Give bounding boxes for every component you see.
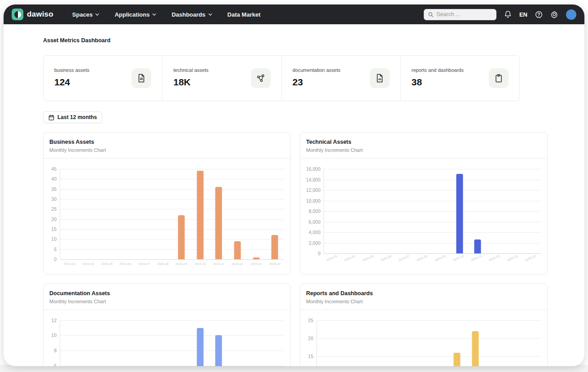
menu-item-label: Dashboards [171, 11, 205, 18]
language-selector[interactable]: EN [519, 11, 527, 18]
gridline [60, 259, 284, 260]
chart-title: Reports and Dashboards [306, 290, 538, 297]
chart-card-documentation-assets: Documentation Assets Monthly Increments … [43, 283, 291, 366]
gridline [324, 253, 541, 254]
gridline [324, 180, 541, 180]
x-tick-label: 2024-11 [213, 262, 224, 266]
stat-business-assets[interactable]: business assets 124 [44, 56, 162, 101]
gridline [324, 190, 541, 190]
gridline [60, 169, 284, 169]
help-button[interactable] [535, 11, 543, 18]
bar[interactable] [197, 171, 203, 259]
y-tick-label: 0 [54, 257, 57, 262]
x-tick-label: 2024-08 [416, 254, 428, 262]
bar-chart-documentation-assets[interactable]: 121086420 2024-032024-042024-052024-0620… [44, 310, 290, 366]
chart-subtitle: Monthly Increments Chart [49, 147, 281, 153]
x-tick-label: 2024-08 [157, 262, 169, 266]
search-box[interactable] [424, 9, 496, 20]
y-tick-label: 0 [318, 251, 320, 256]
x-tick-label: 2024-04 [83, 262, 94, 266]
plot-area: 2024-032024-042024-052024-062024-072024-… [60, 320, 284, 366]
menu-item-applications[interactable]: Applications [108, 8, 162, 22]
notifications-button[interactable] [504, 10, 512, 18]
gridline [60, 199, 284, 199]
y-tick-label: 8,000 [309, 208, 320, 214]
x-tick-label: 2024-12 [232, 262, 243, 266]
stat-reports-and-dashboards[interactable]: reports and dashboards 38 [400, 56, 519, 101]
chart-subtitle: Monthly Increments Chart [306, 147, 538, 153]
chart-header: Technical Assets Monthly Increments Char… [300, 133, 547, 159]
bar[interactable] [215, 335, 222, 366]
gridline [60, 209, 284, 209]
bar[interactable] [472, 331, 479, 366]
y-tick-label: 5 [54, 247, 57, 252]
plot-area: 2024-032024-042024-052024-062024-072024-… [316, 320, 541, 366]
bar[interactable] [197, 328, 203, 366]
search-input[interactable] [436, 11, 492, 18]
chart-subtitle: Monthly Increments Chart [306, 299, 538, 304]
y-tick-label: 10 [51, 236, 57, 242]
gridline [60, 350, 284, 351]
file-text-icon [136, 73, 146, 83]
stat-label: documentation assets [293, 67, 341, 73]
menu-item-data-market[interactable]: Data Market [221, 8, 267, 22]
menu-item-dashboards[interactable]: Dashboards [165, 8, 218, 22]
chevron-down-icon [95, 13, 99, 17]
y-axis: 121086420 [46, 320, 60, 366]
gridline [317, 338, 541, 339]
user-avatar[interactable] [566, 9, 576, 20]
x-tick-label: 2024-10 [194, 262, 206, 266]
gridline [317, 356, 541, 357]
plot-area: 2024-032024-042024-052024-062024-072024-… [60, 169, 284, 259]
bar[interactable] [272, 235, 278, 259]
y-axis: 454035302520151050 [46, 169, 60, 259]
menu-item-label: Applications [114, 11, 149, 18]
y-tick-label: 40 [51, 176, 57, 182]
bar[interactable] [215, 187, 222, 259]
y-tick-label: 15 [51, 226, 57, 232]
date-range-filter-button[interactable]: Last 12 months [43, 111, 102, 123]
y-tick-label: 10 [51, 332, 57, 338]
y-tick-label: 35 [51, 186, 57, 192]
y-tick-label: 12 [51, 318, 57, 323]
bar[interactable] [456, 174, 463, 253]
bar-chart-technical-assets[interactable]: 16,00014,00012,00010,0008,0006,0004,0002… [300, 159, 547, 253]
chart-header: Business Assets Monthly Increments Chart [44, 133, 290, 159]
gridline [324, 211, 541, 212]
y-tick-label: 8 [54, 348, 57, 353]
app-window: dawiso Spaces Applications Dashboards Da… [4, 4, 584, 366]
stat-label: reports and dashboards [412, 67, 464, 73]
y-tick-label: 45 [51, 166, 57, 172]
y-tick-label: 20 [51, 217, 57, 222]
logo[interactable]: dawiso [12, 9, 53, 20]
stat-label: technical assets [173, 67, 208, 73]
x-tick-label: 2024-03 [326, 254, 338, 262]
bar[interactable] [453, 353, 460, 366]
x-tick-label: 2024-10 [452, 254, 464, 262]
y-tick-label: 6,000 [309, 219, 320, 225]
stat-value: 23 [293, 77, 341, 88]
x-tick-label: 2024-06 [380, 254, 392, 262]
bar[interactable] [474, 239, 481, 253]
settings-button[interactable] [550, 10, 558, 18]
bar[interactable] [178, 215, 185, 259]
y-tick-label: 20 [308, 336, 313, 341]
bar-chart-reports-and-dashboards[interactable]: 2520151050 2024-032024-042024-052024-062… [300, 310, 547, 366]
charts-grid: Business Assets Monthly Increments Chart… [43, 132, 548, 366]
stat-documentation-assets[interactable]: documentation assets 23 [281, 56, 400, 101]
gridline [317, 320, 541, 321]
x-tick-label: 2024-07 [398, 254, 410, 262]
gridline [60, 189, 284, 190]
network-icon [256, 73, 266, 83]
bar[interactable] [253, 257, 259, 259]
gridline [324, 222, 541, 222]
menu-item-spaces[interactable]: Spaces [66, 8, 106, 22]
bar-chart-business-assets[interactable]: 454035302520151050 2024-032024-042024-05… [44, 159, 290, 259]
stat-technical-assets[interactable]: technical assets 18K [162, 56, 281, 101]
x-tick-label: 2025-01 [506, 254, 518, 262]
y-tick-label: 25 [308, 318, 313, 323]
x-tick-label: 2024-09 [434, 254, 446, 262]
x-tick-label: 2024-07 [138, 262, 150, 266]
chart-card-reports-and-dashboards: Reports and Dashboards Monthly Increment… [300, 283, 548, 366]
bar[interactable] [234, 241, 241, 259]
